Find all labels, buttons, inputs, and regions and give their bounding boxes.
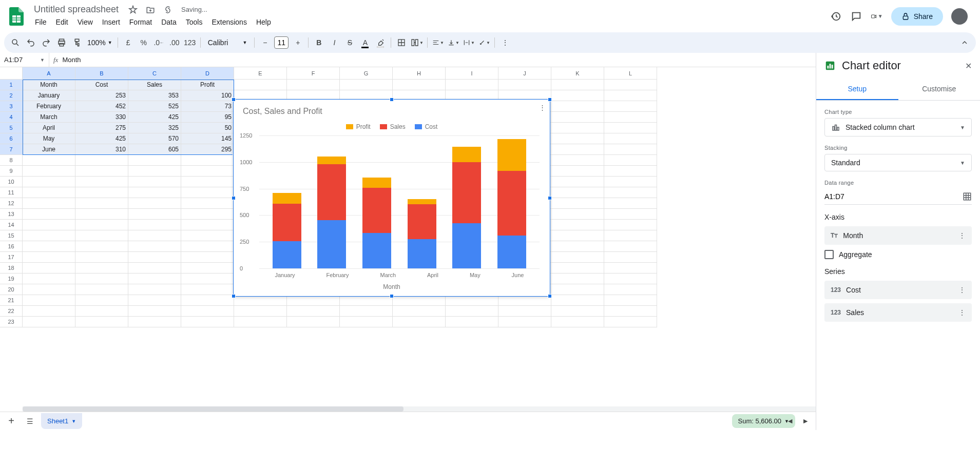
cell[interactable] <box>604 252 657 263</box>
cell[interactable]: May <box>23 133 75 144</box>
cell[interactable] <box>604 177 657 187</box>
cell[interactable] <box>551 187 604 198</box>
cell[interactable] <box>604 263 657 274</box>
cell[interactable] <box>75 209 128 220</box>
cell[interactable]: 253 <box>75 90 128 101</box>
cell[interactable] <box>446 80 498 90</box>
cell[interactable] <box>551 263 604 274</box>
cell[interactable] <box>181 187 234 198</box>
column-header[interactable]: B <box>75 67 128 80</box>
cell[interactable] <box>128 306 181 317</box>
cell[interactable] <box>181 306 234 317</box>
cell[interactable] <box>604 306 657 317</box>
resize-handle[interactable] <box>232 294 236 298</box>
cell[interactable] <box>604 230 657 241</box>
bold-button[interactable]: B <box>312 35 326 50</box>
row-header[interactable]: 11 <box>0 187 23 198</box>
cell[interactable] <box>75 306 128 317</box>
font-size-input[interactable] <box>274 36 289 49</box>
row-header[interactable]: 15 <box>0 230 23 241</box>
cell[interactable]: Month <box>23 80 75 90</box>
cell[interactable]: March <box>23 112 75 123</box>
percent-button[interactable]: % <box>137 35 151 50</box>
row-header[interactable]: 14 <box>0 220 23 230</box>
column-header[interactable]: I <box>446 67 498 80</box>
series-field[interactable]: 123Cost⋮ <box>824 281 972 299</box>
cell[interactable] <box>604 166 657 177</box>
cell[interactable] <box>393 306 446 317</box>
cell[interactable] <box>604 274 657 284</box>
cell[interactable]: 310 <box>75 144 128 155</box>
cell[interactable] <box>75 230 128 241</box>
cell[interactable] <box>287 80 340 90</box>
cell[interactable] <box>75 177 128 187</box>
row-header[interactable]: 13 <box>0 209 23 220</box>
row-header[interactable]: 19 <box>0 274 23 284</box>
cell[interactable] <box>23 274 75 284</box>
cell[interactable]: Profit <box>181 80 234 90</box>
cell[interactable]: 50 <box>181 123 234 133</box>
cell[interactable] <box>604 155 657 166</box>
format-number-button[interactable]: 123 <box>183 35 197 50</box>
row-header[interactable]: 5 <box>0 123 23 133</box>
column-header[interactable]: D <box>181 67 234 80</box>
cell[interactable] <box>181 166 234 177</box>
all-sheets-icon[interactable]: ☰ <box>23 414 37 428</box>
cell[interactable] <box>128 317 181 327</box>
cell[interactable]: 425 <box>75 133 128 144</box>
merge-button[interactable]: ▼ <box>410 35 424 50</box>
cell[interactable] <box>234 306 287 317</box>
cell[interactable] <box>181 230 234 241</box>
cell[interactable] <box>23 252 75 263</box>
row-header[interactable]: 17 <box>0 252 23 263</box>
cell[interactable] <box>446 317 498 327</box>
comments-icon[interactable] <box>850 10 862 23</box>
add-sheet-icon[interactable]: + <box>4 414 18 428</box>
row-header[interactable]: 6 <box>0 133 23 144</box>
cell[interactable] <box>604 112 657 123</box>
cell[interactable]: 100 <box>181 90 234 101</box>
cell[interactable]: June <box>23 144 75 155</box>
h-align-button[interactable]: ▼ <box>431 35 445 50</box>
menu-format[interactable]: Format <box>125 16 156 28</box>
cell[interactable] <box>393 295 446 306</box>
cell[interactable] <box>181 252 234 263</box>
cell[interactable] <box>128 198 181 209</box>
cell[interactable] <box>23 209 75 220</box>
row-header[interactable]: 7 <box>0 144 23 155</box>
cell[interactable] <box>340 80 393 90</box>
formula-bar[interactable]: fxMonth <box>49 56 816 64</box>
print-icon[interactable] <box>54 35 69 50</box>
cell[interactable]: 325 <box>128 123 181 133</box>
aggregate-checkbox[interactable] <box>824 250 834 259</box>
cell[interactable] <box>75 198 128 209</box>
cell[interactable]: 330 <box>75 112 128 123</box>
cell[interactable] <box>75 155 128 166</box>
cell[interactable]: 145 <box>181 133 234 144</box>
menu-file[interactable]: File <box>31 16 51 28</box>
select-range-icon[interactable] <box>963 192 972 201</box>
cell[interactable] <box>551 230 604 241</box>
column-header[interactable]: F <box>287 67 340 80</box>
cell[interactable] <box>498 80 551 90</box>
row-header[interactable]: 1 <box>0 80 23 90</box>
resize-handle[interactable] <box>390 97 394 102</box>
cell[interactable] <box>128 220 181 230</box>
resize-handle[interactable] <box>390 294 394 298</box>
cell[interactable] <box>604 90 657 101</box>
cell[interactable] <box>128 295 181 306</box>
stacking-select[interactable]: Standard▼ <box>824 154 972 171</box>
cell[interactable] <box>393 317 446 327</box>
row-header[interactable]: 9 <box>0 166 23 177</box>
v-align-button[interactable]: ▼ <box>446 35 460 50</box>
chart-title[interactable]: Cost, Sales and Profit <box>234 100 550 123</box>
cell[interactable] <box>393 80 446 90</box>
series-field[interactable]: 123Sales⋮ <box>824 303 972 322</box>
cell[interactable] <box>287 295 340 306</box>
chart-object[interactable]: ⋮ Cost, Sales and Profit ProfitSalesCost… <box>233 99 550 297</box>
cell[interactable]: 570 <box>128 133 181 144</box>
cell[interactable] <box>128 274 181 284</box>
cell[interactable] <box>128 166 181 177</box>
chart-type-select[interactable]: Stacked column chart▼ <box>824 118 972 136</box>
column-header[interactable]: K <box>551 67 604 80</box>
